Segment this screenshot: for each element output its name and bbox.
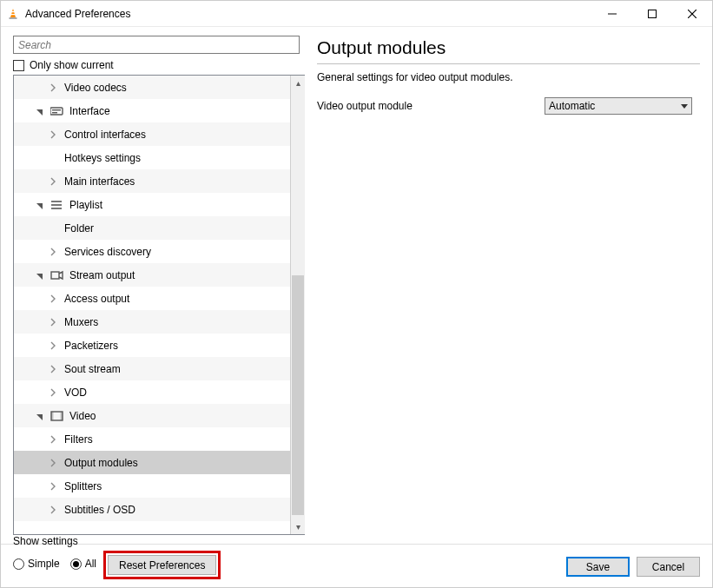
tree-item-hotkeys-settings[interactable]: Hotkeys settings [14, 146, 290, 169]
show-settings-group: Show settings Simple All Reset Preferenc… [13, 535, 221, 577]
show-all-label: All [85, 558, 96, 570]
svg-rect-11 [52, 112, 57, 113]
tree-item-video-codecs[interactable]: Video codecs [14, 76, 290, 99]
search-input[interactable] [13, 36, 300, 54]
video-output-module-select[interactable]: Automatic [545, 97, 692, 115]
page-description: General settings for video output module… [317, 71, 700, 83]
svg-rect-10 [52, 109, 61, 110]
chevron-right-icon[interactable] [47, 433, 59, 446]
tree-item-muxers[interactable]: Muxers [14, 310, 290, 334]
right-pane: Output modules General settings for vide… [305, 27, 712, 544]
scroll-up-icon[interactable]: ▴ [291, 76, 305, 90]
vlc-cone-icon [6, 7, 20, 21]
settings-tree: Video codecsInterfaceControl interfacesH… [13, 75, 305, 535]
tree-item-label: Muxers [64, 316, 98, 328]
chevron-right-icon[interactable] [47, 129, 59, 141]
show-simple-label: Simple [28, 558, 60, 570]
playlist-icon [50, 198, 64, 212]
svg-rect-17 [51, 272, 59, 279]
titlebar: Advanced Preferences [1, 1, 712, 27]
only-show-current-checkbox[interactable] [13, 60, 24, 71]
tree-item-playlist[interactable]: Playlist [14, 193, 290, 216]
chevron-right-icon[interactable] [47, 316, 59, 328]
tree-item-label: Interface [69, 105, 110, 117]
chevron-down-icon[interactable] [33, 199, 45, 211]
only-show-current-row[interactable]: Only show current [13, 59, 305, 71]
tree-item-label: Sout stream [64, 363, 121, 375]
video-output-module-value: Automatic [549, 100, 595, 112]
video-output-module-row: Video output module Automatic [317, 97, 700, 115]
window-title: Advanced Preferences [25, 8, 130, 20]
minimize-button[interactable] [592, 1, 632, 27]
interface-icon [50, 104, 64, 118]
chevron-down-icon [681, 100, 688, 112]
show-all-radio[interactable] [70, 558, 82, 570]
svg-marker-8 [36, 109, 43, 116]
body: Only show current Video codecsInterfaceC… [1, 27, 712, 544]
tree-viewport[interactable]: Video codecsInterfaceControl interfacesH… [14, 76, 290, 534]
chevron-right-icon[interactable] [47, 386, 59, 399]
tree-item-stream-output[interactable]: Stream output [14, 263, 290, 287]
tree-item-label: Main interfaces [64, 175, 135, 188]
svg-rect-2 [11, 14, 16, 15]
title-rule [317, 63, 700, 64]
scroll-down-icon[interactable]: ▾ [291, 519, 305, 534]
chevron-right-icon[interactable] [47, 293, 59, 305]
tree-item-label: VOD [64, 386, 87, 399]
cancel-button[interactable]: Cancel [637, 557, 700, 577]
tree-item-label: Access output [64, 293, 129, 305]
save-button[interactable]: Save [566, 557, 630, 577]
tree-item-subtitles-osd[interactable]: Subtitles / OSD [14, 498, 290, 521]
svg-rect-3 [10, 17, 17, 19]
chevron-right-icon[interactable] [47, 457, 59, 469]
chevron-right-icon[interactable] [47, 340, 59, 352]
tree-item-splitters[interactable]: Splitters [14, 474, 290, 498]
tree-item-filters[interactable]: Filters [14, 427, 290, 451]
disclosure-spacer [47, 152, 59, 164]
show-simple-radio[interactable] [13, 558, 24, 570]
maximize-button[interactable] [632, 1, 672, 27]
tree-item-folder[interactable]: Folder [14, 216, 290, 240]
reset-preferences-button[interactable]: Reset Preferences [108, 555, 216, 575]
chevron-right-icon[interactable] [47, 175, 59, 188]
video-icon [50, 409, 64, 423]
tree-item-services-discovery[interactable]: Services discovery [14, 240, 290, 263]
close-button[interactable] [672, 1, 712, 27]
tree-item-label: Control interfaces [64, 129, 146, 141]
tree-scrollbar[interactable]: ▴ ▾ [290, 76, 305, 534]
page-title: Output modules [317, 37, 700, 58]
chevron-right-icon[interactable] [47, 82, 59, 94]
advanced-preferences-window: Advanced Preferences Only show current V… [0, 0, 713, 588]
svg-rect-20 [51, 412, 54, 420]
chevron-down-icon[interactable] [33, 410, 45, 422]
tree-item-output-modules[interactable]: Output modules [14, 451, 290, 474]
video-output-module-label: Video output module [317, 100, 545, 112]
tree-item-label: Folder [64, 222, 94, 235]
tree-item-video[interactable]: Video [14, 404, 290, 427]
tree-item-label: Stream output [69, 269, 135, 281]
svg-rect-1 [11, 11, 15, 12]
tree-item-label: Packetizers [64, 340, 118, 352]
svg-marker-12 [36, 203, 43, 209]
svg-marker-18 [36, 414, 43, 420]
tree-item-control-interfaces[interactable]: Control interfaces [14, 122, 290, 146]
scrollbar-thumb[interactable] [292, 275, 304, 515]
tree-item-interface[interactable]: Interface [14, 99, 290, 122]
svg-rect-5 [649, 10, 657, 17]
chevron-right-icon[interactable] [47, 504, 59, 516]
tree-item-label: Services discovery [64, 246, 151, 258]
svg-marker-0 [10, 9, 16, 17]
left-pane: Only show current Video codecsInterfaceC… [1, 27, 305, 544]
tree-item-vod[interactable]: VOD [14, 380, 290, 404]
chevron-right-icon[interactable] [47, 480, 59, 492]
tree-item-access-output[interactable]: Access output [14, 287, 290, 310]
chevron-right-icon[interactable] [47, 363, 59, 375]
tree-item-sout-stream[interactable]: Sout stream [14, 357, 290, 380]
svg-rect-9 [50, 108, 63, 115]
reset-highlight: Reset Preferences [103, 551, 221, 579]
tree-item-main-interfaces[interactable]: Main interfaces [14, 169, 290, 193]
chevron-down-icon[interactable] [33, 269, 45, 281]
chevron-down-icon[interactable] [33, 105, 45, 117]
tree-item-packetizers[interactable]: Packetizers [14, 334, 290, 357]
chevron-right-icon[interactable] [47, 246, 59, 258]
